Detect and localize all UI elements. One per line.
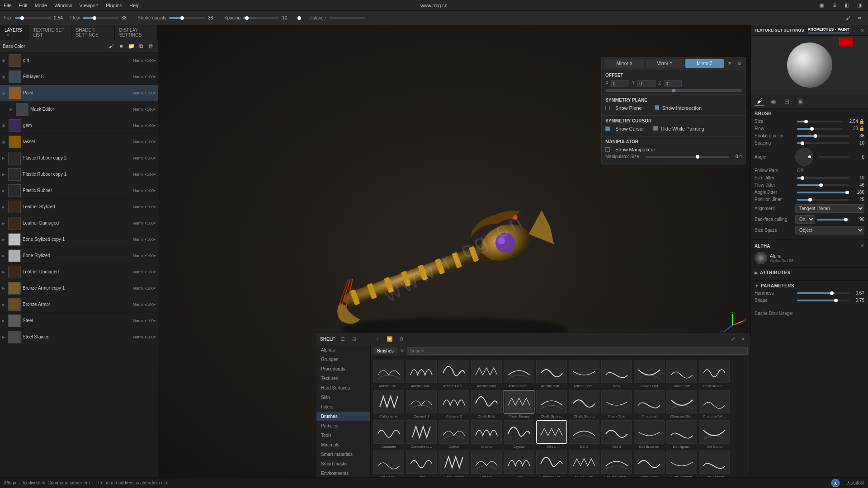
brush-item[interactable]: Dirt Spots... — [373, 450, 404, 477]
tab-shader[interactable]: SHADER SETTINGS — [71, 25, 115, 40]
brush-item[interactable]: Charcoal Str... — [666, 390, 697, 418]
layer-item[interactable]: ◉ gem Norm ▾ 100 ▾ — [0, 117, 158, 134]
shelf-sidebar-item[interactable]: Tools — [316, 431, 370, 440]
show-manipulator-check[interactable] — [605, 147, 610, 152]
brush-item[interactable]: Cotton — [439, 420, 469, 449]
right-panel-close[interactable]: ✕ — [860, 28, 864, 33]
mirror-y-btn[interactable]: Mirror Y — [646, 59, 684, 68]
layers-icon[interactable]: ⊟ — [782, 96, 792, 106]
prop-size-lock[interactable]: 🔒 — [859, 119, 864, 124]
layer-item[interactable]: ▶ Bone Stylized Norm ▾ 100 ▾ — [0, 248, 158, 264]
brush-item[interactable]: Artistic Print — [471, 360, 502, 388]
prop-size-jitter-slider[interactable] — [797, 177, 849, 179]
layer-item[interactable]: ▶ Leather Damaged Norm ▾ 100 ▾ — [0, 215, 158, 231]
tab-layers-close[interactable]: ✕ — [6, 33, 10, 38]
brush-item[interactable]: Crystal — [504, 420, 534, 449]
settings-icon[interactable]: ▣ — [795, 96, 805, 106]
layer-opacity-arrow[interactable]: ▾ — [154, 205, 156, 209]
brush-item[interactable]: Charcoal — [634, 390, 665, 418]
layer-eye[interactable]: ◉ — [2, 58, 5, 63]
menu-plugins[interactable]: Plugins — [106, 3, 122, 8]
layer-item[interactable]: ◉ dirt Norm ▾ 100 ▾ — [0, 52, 158, 69]
layer-opacity-arrow[interactable]: ▾ — [154, 188, 156, 193]
layer-item[interactable]: ▶ Steel Stained Norm ▾ 100 ▾ — [0, 329, 158, 345]
layer-opacity-arrow[interactable]: ▾ — [154, 107, 156, 112]
shelf-sidebar-item[interactable]: Environments — [316, 469, 370, 477]
layer-item[interactable]: ▶ Leather Damaged Norm ▾ 100 ▾ — [0, 264, 158, 280]
brush-item[interactable]: Felt Tie Layer... — [601, 450, 632, 477]
toolbar-icon-3[interactable]: ◧ — [842, 0, 852, 10]
tab-display[interactable]: DISPLAY SETTINGS — [115, 25, 158, 40]
brush-item[interactable]: Artistic Hair... — [406, 360, 437, 388]
shelf-add[interactable]: + — [362, 335, 370, 343]
layer-opacity-arrow[interactable]: ▾ — [154, 319, 156, 323]
brush-item[interactable]: Calligraphic — [373, 390, 404, 418]
layer-item[interactable]: ◉ Paint Norm ▾ 100 ▾ — [0, 85, 158, 101]
prop-flow-slider[interactable] — [797, 128, 843, 130]
shelf-import[interactable]: ↑ — [374, 335, 382, 343]
brush-item[interactable]: Dirt 2 — [569, 420, 599, 449]
symmetry-close[interactable]: ▾ — [726, 59, 734, 67]
layer-opacity-arrow[interactable]: ▾ — [154, 221, 156, 225]
brush-item[interactable]: Dots — [406, 450, 437, 477]
brush-item[interactable]: Flow Grass — [634, 450, 665, 477]
brush-item[interactable]: Artistic Soft... — [569, 360, 599, 388]
layer-eye[interactable]: ▶ — [2, 286, 5, 291]
show-plane-check[interactable] — [605, 106, 610, 110]
manipulator-size-slider[interactable] — [645, 156, 729, 158]
shelf-filter[interactable]: 🔽 — [386, 335, 394, 343]
offset-z-input[interactable] — [664, 80, 682, 87]
toolbar-stroke-slider[interactable] — [169, 17, 205, 19]
shelf-list-view[interactable]: ☰ — [339, 335, 347, 343]
prop-angle-jitter-slider[interactable] — [797, 192, 849, 193]
layer-item[interactable]: ▶ Bronze Armor copy 1 Norm ▾ 100 ▾ — [0, 280, 158, 296]
shelf-sidebar-item[interactable]: Hard Surfaces — [316, 383, 370, 393]
offset-y-input[interactable] — [637, 80, 656, 87]
brush-item[interactable]: Flow Lrased — [699, 450, 730, 477]
shelf-sidebar-item[interactable]: Textures — [316, 374, 370, 383]
shelf-sidebar-item[interactable]: Grunges — [316, 355, 370, 364]
offset-slider[interactable] — [605, 89, 742, 92]
prop-pos-jitter-slider[interactable] — [797, 199, 849, 201]
brush-item[interactable]: Charcoal Wi... — [699, 390, 730, 418]
shelf-sidebar-item[interactable]: Alphas — [316, 345, 370, 355]
brush-item[interactable]: Artistic Hea... — [439, 360, 469, 388]
brush-item[interactable]: Chalk Bumpy — [504, 390, 534, 418]
layer-eye[interactable]: ◉ — [2, 91, 5, 95]
toolbar-icon-4[interactable]: ◨ — [854, 0, 864, 10]
shelf-sidebar-item[interactable]: Skin — [316, 393, 370, 402]
shelf-search-input[interactable] — [407, 347, 748, 355]
menu-help[interactable]: Help — [129, 3, 140, 8]
symmetry-settings-icon[interactable]: ⚙ — [737, 61, 742, 66]
brush-item[interactable]: Cracks — [471, 420, 502, 449]
menu-edit[interactable]: Edit — [19, 3, 28, 8]
hide-painting-check[interactable] — [653, 126, 658, 131]
toolbar-distance-slider[interactable] — [329, 17, 365, 19]
layer-eye[interactable]: ▶ — [2, 205, 5, 209]
prop-backface-slider[interactable] — [817, 219, 849, 221]
shelf-settings[interactable]: ⚙ — [397, 335, 406, 343]
brush-item[interactable]: Basmati Bru... — [699, 360, 730, 388]
layer-add-paint[interactable]: 🖌 — [107, 42, 115, 50]
prop-size-slider[interactable] — [797, 121, 843, 122]
toolbar-spacing-slider[interactable] — [243, 17, 279, 19]
brush-item[interactable]: Concrete Li... — [406, 420, 437, 449]
layer-opacity-arrow[interactable]: ▾ — [154, 286, 156, 291]
prop-spacing-slider[interactable] — [797, 142, 849, 144]
brush-item[interactable]: Basic Hard — [634, 360, 665, 388]
shelf-sidebar-item[interactable]: Brushes — [316, 412, 370, 421]
layer-eye[interactable]: ▶ — [2, 335, 5, 339]
shelf-close[interactable]: ✕ — [739, 335, 747, 343]
layer-item[interactable]: ▶ Bone Stylized copy 1 Norm ▾ 100 ▾ — [0, 231, 158, 248]
layer-opacity-arrow[interactable]: ▾ — [154, 335, 156, 339]
prop-backface-select[interactable]: On — [795, 215, 815, 224]
toolbar-icon-2[interactable]: ⊞ — [829, 0, 839, 10]
prop-flow-lock[interactable]: 🔒 — [859, 126, 864, 131]
layer-opacity-arrow[interactable]: ▾ — [154, 302, 156, 307]
layer-opacity-arrow[interactable]: ▾ — [154, 140, 156, 144]
layer-eye[interactable]: ▶ — [2, 270, 5, 274]
brush-item[interactable]: Artistic Soft... — [504, 360, 534, 388]
brush-item[interactable]: Cement 2 — [439, 390, 469, 418]
layer-delete[interactable]: 🗑 — [147, 42, 155, 50]
brush-item[interactable]: Dirt 1 — [536, 420, 567, 449]
